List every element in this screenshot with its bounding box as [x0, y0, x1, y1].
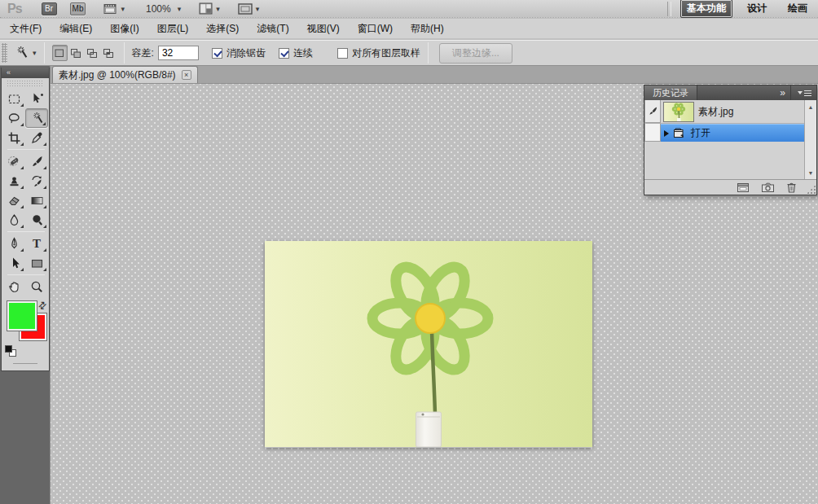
menu-edit[interactable]: 编辑(E)	[59, 22, 92, 36]
tool-group-divider	[7, 231, 45, 232]
history-state-selected[interactable]: 打开	[661, 124, 804, 142]
workspace-essentials-button[interactable]: 基本功能	[680, 0, 732, 18]
tool-brush[interactable]	[25, 151, 48, 171]
panel-menu-button[interactable]	[790, 85, 816, 100]
divider	[44, 42, 45, 64]
menu-image[interactable]: 图像(I)	[110, 22, 139, 36]
history-brush-source-well[interactable]	[644, 100, 661, 123]
scroll-up-icon[interactable]: ▲	[806, 102, 816, 112]
flyout-indicator	[43, 186, 46, 189]
tool-lasso[interactable]	[2, 108, 25, 128]
tool-preset-picker[interactable]: ▾	[14, 46, 37, 60]
workspace-painting-button[interactable]: 绘画	[788, 2, 807, 15]
contiguous-option[interactable]: 连续	[279, 46, 313, 60]
subtract-from-selection-button[interactable]	[85, 45, 100, 61]
chevron-down-icon: ▾	[121, 5, 125, 13]
anti-alias-option[interactable]: 消除锯齿	[212, 46, 266, 60]
snapshot-camera-icon[interactable]	[761, 182, 775, 193]
workspace-design-button[interactable]: 设计	[747, 2, 767, 15]
tool-blur[interactable]	[2, 210, 25, 230]
tool-dodge[interactable]	[25, 210, 48, 230]
delete-trash-icon[interactable]	[786, 182, 797, 193]
intersect-selection-button[interactable]	[101, 45, 117, 61]
contiguous-label: 连续	[293, 46, 313, 60]
close-icon[interactable]: ×	[182, 70, 191, 80]
tool-eraser[interactable]	[2, 191, 25, 210]
menu-filter[interactable]: 滤镜(T)	[257, 22, 288, 36]
tool-gradient[interactable]	[25, 191, 48, 210]
view-extras-dropdown[interactable]: ▾	[103, 3, 125, 15]
default-colors-icon[interactable]	[5, 345, 16, 357]
flyout-indicator	[20, 205, 24, 208]
menu-help[interactable]: 帮助(H)	[411, 22, 444, 36]
tool-zoom[interactable]	[25, 277, 48, 296]
tool-magic-wand[interactable]	[25, 108, 48, 128]
hand-icon	[7, 280, 21, 294]
tools-panel-grip[interactable]	[7, 80, 44, 87]
tool-spot-healing-brush[interactable]	[2, 151, 25, 171]
scroll-down-icon[interactable]: ▼	[806, 168, 816, 177]
contiguous-checkbox[interactable]	[279, 48, 289, 59]
document-tab[interactable]: 素材.jpg @ 100%(RGB/8#) ×	[52, 66, 198, 83]
menu-layer[interactable]: 图层(L)	[157, 22, 189, 36]
tool-crop[interactable]	[2, 128, 25, 147]
screen-mode-icon	[238, 3, 253, 15]
menu-file[interactable]: 文件(F)	[10, 22, 42, 36]
options-bar-grip[interactable]	[2, 43, 7, 63]
tool-rectangular-marquee[interactable]	[2, 89, 25, 108]
tool-pen[interactable]	[2, 234, 25, 253]
arrange-documents-dropdown[interactable]: ▾	[199, 2, 220, 15]
history-source-row[interactable]: 素材.jpg	[644, 100, 804, 124]
menu-lines-icon	[804, 90, 811, 96]
tool-move[interactable]	[25, 89, 48, 108]
refine-edge-button[interactable]: 调整边缘...	[439, 43, 512, 64]
history-list: 素材.jpg 打开 ▲ ▼	[644, 100, 816, 179]
tool-path-selection[interactable]	[2, 253, 25, 273]
tolerance-input[interactable]	[158, 46, 199, 60]
history-panel-tab[interactable]: 历史记录	[644, 85, 697, 100]
chevron-down-icon	[798, 91, 803, 94]
sample-all-layers-label: 对所有图层取样	[352, 46, 420, 60]
tool-type[interactable]: T	[25, 234, 48, 253]
menu-view[interactable]: 视图(V)	[307, 22, 340, 36]
flyout-indicator	[20, 186, 24, 189]
document-image[interactable]	[265, 241, 592, 447]
menu-window[interactable]: 窗口(W)	[358, 22, 393, 36]
mini-bridge-button[interactable]: Mb	[70, 2, 86, 15]
tool-history-brush[interactable]	[25, 171, 48, 191]
foreground-color-swatch[interactable]	[7, 301, 37, 331]
sample-all-layers-checkbox[interactable]	[337, 48, 348, 59]
flyout-indicator	[43, 268, 46, 271]
anti-alias-checkbox[interactable]	[212, 48, 222, 59]
menu-select[interactable]: 选择(S)	[206, 22, 239, 36]
tool-group-divider	[7, 274, 45, 275]
photoshop-logo: Ps	[7, 2, 22, 16]
collapse-to-icons-icon[interactable]: »	[780, 87, 784, 99]
flyout-indicator	[20, 268, 24, 271]
tool-eyedropper[interactable]	[25, 128, 48, 147]
bridge-button[interactable]: Br	[42, 2, 57, 15]
screen-mode-dropdown[interactable]: ▾	[238, 3, 260, 15]
history-thumbnail	[663, 102, 694, 122]
tool-grid: T	[2, 87, 49, 296]
rectangle-shape-icon	[30, 256, 44, 270]
new-selection-button[interactable]	[52, 45, 68, 61]
history-scrollbar[interactable]: ▲ ▼	[804, 100, 816, 179]
new-document-from-state-icon[interactable]	[737, 182, 750, 193]
tool-hand[interactable]	[2, 277, 25, 296]
zoom-magnifier-icon	[30, 280, 44, 294]
zoom-level-dropdown[interactable]: ▾	[178, 5, 182, 13]
sample-all-layers-option[interactable]: 对所有图层取样	[337, 46, 420, 60]
swap-colors-icon[interactable]: ⇄	[35, 298, 49, 312]
history-state-source-well[interactable]	[644, 124, 661, 142]
left-dock: «	[0, 66, 51, 504]
zoom-level-value[interactable]: 100%	[146, 3, 171, 15]
tool-clone-stamp[interactable]	[2, 171, 25, 191]
tool-rectangle-shape[interactable]	[25, 253, 48, 273]
add-to-selection-button[interactable]	[68, 45, 84, 61]
flyout-indicator	[43, 248, 46, 252]
tools-collapse-button[interactable]: «	[2, 68, 49, 78]
pen-icon	[7, 237, 21, 251]
history-state-row[interactable]: 打开	[644, 124, 804, 142]
history-brush-icon	[30, 174, 44, 188]
